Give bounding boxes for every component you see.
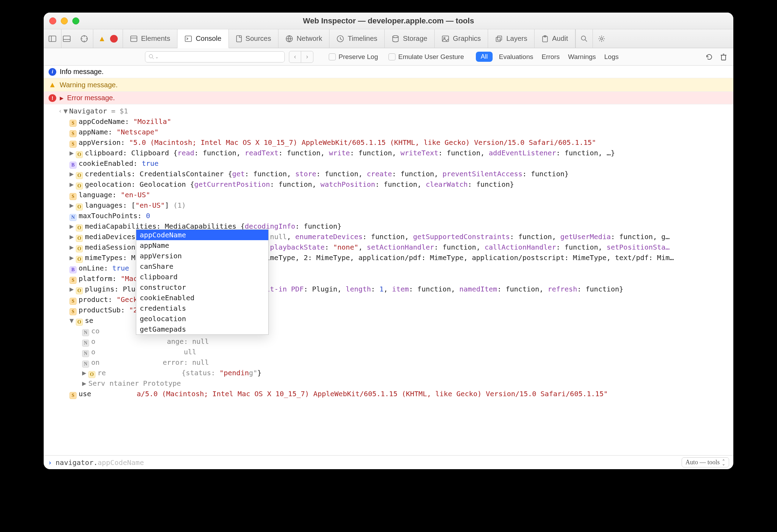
svg-rect-12 — [237, 36, 241, 42]
warning-message[interactable]: ▲ Warning message. — [44, 78, 733, 92]
status-badges: ▲ — [93, 29, 123, 48]
prop-cookieEnabled[interactable]: BcookieEnabled: true — [49, 158, 730, 169]
filter-input[interactable]: ⌄ — [145, 51, 285, 62]
prompt-ghost: appCodeName — [97, 458, 144, 467]
svg-rect-0 — [49, 36, 56, 42]
prop-maxTouchPoints[interactable]: NmaxTouchPoints: 0 — [49, 210, 730, 221]
forward-icon[interactable]: › — [301, 51, 313, 62]
object-tree: ‹ ▼ Navigator = $1 SappCodeName: "Mozill… — [44, 104, 733, 455]
prop-appVersion[interactable]: SappVersion: "5.0 (Macintosh; Intel Mac … — [49, 137, 730, 148]
svg-rect-19 — [496, 37, 500, 42]
preserve-log-checkbox[interactable]: Preserve Log — [329, 53, 378, 61]
window-title: Web Inspector — developer.apple.com — to… — [44, 16, 733, 25]
sw-child-4[interactable]: Non error: null — [49, 357, 730, 368]
svg-line-26 — [152, 58, 154, 59]
dock-bottom-button[interactable] — [61, 29, 75, 48]
tab-storage[interactable]: Storage — [385, 29, 435, 48]
svg-rect-2 — [63, 36, 70, 42]
svg-rect-27 — [721, 55, 726, 60]
svg-point-22 — [581, 36, 586, 40]
tab-audit[interactable]: Audit — [535, 29, 575, 48]
tab-sources[interactable]: Sources — [229, 29, 278, 48]
console-prompt[interactable]: › navigator.appCodeName Auto — tools ⌃⌄ — [44, 455, 733, 469]
settings-button[interactable] — [593, 29, 610, 48]
navigator-header[interactable]: ‹ ▼ Navigator = $1 — [49, 106, 730, 116]
expand-icon[interactable]: ▶ — [60, 95, 64, 101]
sw-ready[interactable]: ▶Ore {status: "pending"} — [49, 368, 730, 378]
prop-geolocation[interactable]: ▶Ogeolocation: Geolocation {getCurrentPo… — [49, 179, 730, 190]
tab-layers[interactable]: Layers — [488, 29, 535, 48]
prop-languages[interactable]: ▶Olanguages: ["en-US"] (1) — [49, 200, 730, 210]
sw-proto[interactable]: ▶Serv ntainer Prototype — [49, 378, 730, 389]
disclosure-triangle-icon[interactable]: ▼ — [64, 106, 68, 116]
back-icon[interactable]: ‹ — [289, 51, 301, 62]
console-messages: i Info message. ▲ Warning message. ! ▶ E… — [44, 66, 733, 104]
svg-line-23 — [585, 40, 587, 42]
tab-network[interactable]: Network — [278, 29, 329, 48]
prop-credentials[interactable]: ▶Ocredentials: CredentialsContainer {get… — [49, 169, 730, 179]
autocomplete-popup[interactable]: appCodeName appName appVersion canShare … — [136, 229, 269, 335]
back-arrow-icon[interactable]: ‹ — [58, 106, 62, 116]
info-icon: i — [49, 68, 56, 76]
prop-clipboard[interactable]: ▶Oclipboard: Clipboard {read: function, … — [49, 148, 730, 158]
clear-icon[interactable] — [720, 53, 727, 61]
tab-console[interactable]: Console — [177, 29, 228, 48]
ac-item-8[interactable]: geolocation — [136, 313, 268, 324]
chevron-updown-icon: ⌃⌄ — [722, 460, 725, 465]
warning-badge-icon[interactable]: ▲ — [98, 34, 106, 43]
filter-evaluations[interactable]: Evaluations — [497, 53, 535, 61]
error-badge-icon[interactable] — [110, 35, 118, 43]
svg-point-24 — [601, 38, 603, 40]
ac-item-3[interactable]: canShare — [136, 261, 268, 272]
ac-item-7[interactable]: credentials — [136, 303, 268, 313]
prop-appCodeName[interactable]: SappCodeName: "Mozilla" — [49, 116, 730, 127]
warning-icon: ▲ — [49, 80, 56, 89]
svg-rect-18 — [498, 36, 502, 40]
tab-graphics[interactable]: Graphics — [435, 29, 488, 48]
filter-all[interactable]: All — [476, 52, 493, 62]
ac-item-5[interactable]: constructor — [136, 282, 268, 293]
titlebar: Web Inspector — developer.apple.com — to… — [44, 13, 733, 29]
info-message[interactable]: i Info message. — [44, 66, 733, 78]
element-picker-button[interactable] — [75, 29, 93, 48]
svg-rect-16 — [442, 36, 449, 42]
filter-warnings[interactable]: Warnings — [566, 53, 598, 61]
reload-icon[interactable] — [705, 53, 713, 61]
emulate-gesture-checkbox[interactable]: Emulate User Gesture — [388, 53, 464, 61]
svg-point-15 — [393, 36, 398, 38]
prompt-typed: navigator. — [56, 458, 97, 467]
prop-appName[interactable]: SappName: "Netscape" — [49, 127, 730, 137]
sw-child-3[interactable]: No ull — [49, 347, 730, 357]
svg-rect-9 — [131, 36, 137, 42]
ac-item-6[interactable]: cookieEnabled — [136, 293, 268, 303]
ac-item-1[interactable]: appName — [136, 240, 268, 251]
svg-point-25 — [149, 54, 153, 58]
console-toolbar: ⌄ ‹ › Preserve Log Emulate User Gesture … — [44, 48, 733, 66]
ac-item-9[interactable]: getGamepads — [136, 324, 268, 334]
tab-timelines[interactable]: Timelines — [329, 29, 385, 48]
ac-item-2[interactable]: appVersion — [136, 251, 268, 261]
filter-logs[interactable]: Logs — [602, 53, 621, 61]
prompt-caret-icon: › — [48, 458, 52, 467]
inspector-window: Web Inspector — developer.apple.com — to… — [44, 13, 733, 469]
sw-child-2[interactable]: No ange: null — [49, 336, 730, 347]
tab-elements[interactable]: Elements — [123, 29, 177, 48]
dock-side-button[interactable] — [44, 29, 61, 48]
prop-language[interactable]: Slanguage: "en-US" — [49, 190, 730, 200]
ac-item-0[interactable]: appCodeName — [136, 230, 268, 240]
prop-userAgent[interactable]: Susea/5.0 (Macintosh; Intel Mac OS X 10_… — [49, 389, 730, 399]
filter-errors[interactable]: Errors — [539, 53, 562, 61]
context-picker[interactable]: Auto — tools ⌃⌄ — [682, 457, 729, 467]
main-tabs: ▲ Elements Console Sources Network Timel… — [44, 29, 733, 48]
ac-item-4[interactable]: clipboard — [136, 272, 268, 282]
search-button[interactable] — [575, 29, 593, 48]
error-icon: ! — [49, 94, 56, 102]
error-message[interactable]: ! ▶ Error message. — [44, 92, 733, 104]
history-nav[interactable]: ‹ › — [289, 51, 313, 63]
